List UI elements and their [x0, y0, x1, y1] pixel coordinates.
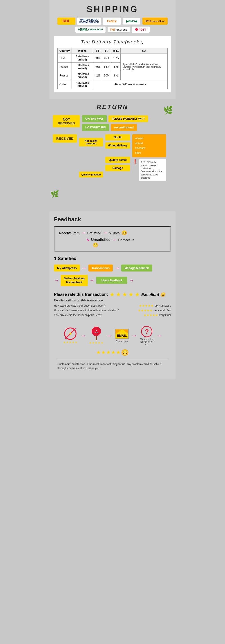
small-star-s2: ★ [92, 341, 94, 344]
detailed-ratings-label: Detailed ratings on this transaction [54, 299, 171, 302]
rating-stars-1: ★★★★★ [139, 304, 154, 308]
delivery-title: The Delivery Time(weeks) [58, 39, 168, 44]
final-smiley-icon: 😊 [121, 349, 129, 356]
not-fit-btn[interactable]: Not fit [105, 134, 130, 140]
russia-45: 42% [93, 71, 102, 80]
sad-smiley-icon: 😟 [93, 242, 98, 248]
arrow-icon-10: → [107, 333, 112, 338]
satisfied-flow-row: Receive item → Satisfied → 5 Stars 😊 [59, 230, 166, 236]
ems-logo: ▶EMS◀ [122, 18, 140, 25]
damage-btn[interactable]: Damage [105, 165, 130, 171]
arrow-icon-7: → [90, 278, 94, 284]
carrier-logos: DHL UNITED STATES POSTAL SERVICE FedEx ▶… [54, 18, 171, 32]
small-star-4: ★ [72, 341, 74, 344]
stars-below-stop: ★ ★ ★ ★ ★ [89, 341, 103, 344]
quality-defect-btn[interactable]: Quality defect [105, 157, 130, 163]
sad-smiley-row: 😟 [86, 242, 134, 248]
email-top [116, 329, 128, 334]
country-france: France [58, 62, 72, 71]
wrong-delivery-btn[interactable]: Wrong delivery [105, 142, 130, 149]
arrow-icon-6: → [54, 278, 59, 284]
small-star-s3: ★ [95, 341, 98, 344]
resend-options-box: resend refund discount other [132, 134, 166, 157]
usps-logo: UNITED STATES POSTAL SERVICE [77, 18, 101, 25]
stop-pole [96, 336, 97, 340]
happy-smiley-icon: 😊 [122, 230, 127, 236]
no-icon: ★ [64, 328, 76, 340]
usa-811: 10% [112, 54, 120, 62]
main-flow-steps: My Aliexpress → Transactions → Manage fe… [54, 264, 171, 272]
rating-q1: How accurate was the product description… [54, 304, 139, 307]
return-section: RETURN 🌿 🌿 NOTRECEIVED ON THE WAY PLEASE… [50, 99, 176, 212]
usa-67: 40% [102, 54, 112, 62]
rating-desc-3: very firast [159, 314, 171, 317]
col-country: Country [58, 48, 72, 54]
rate-outer: Rate(Items arrived) [72, 80, 93, 89]
rating-row-3: how quickly did the seller ship the item… [54, 313, 171, 317]
small-star-5: ★ [75, 341, 78, 344]
arrow-icon-8: → [129, 278, 134, 284]
not-quality-question-btn[interactable]: Not qualityquestion [79, 138, 103, 146]
usa-45: 50% [93, 54, 102, 62]
feedback-flow-box: Receive item → Satisfied → 5 Stars 😊 ↘ U… [54, 226, 171, 252]
on-the-way-btn[interactable]: ON THE WAY [82, 115, 107, 122]
final-star-2: ★ [101, 350, 106, 356]
lost-return-row: LOST/RETURN resend/refund [82, 124, 172, 131]
discount-option: discount [135, 146, 163, 151]
rate-title: Please rate this transaction: ★ ★ ★ ★ ★ … [54, 292, 171, 298]
table-row: USA Rate(Items arrived) 50% 40% 10% If y… [58, 54, 168, 62]
table-row: Outer Rate(Items arrived) About 5-11 wor… [58, 80, 168, 89]
rating-row-1: How accurate was the product description… [54, 304, 171, 308]
russia-67: 50% [102, 71, 112, 80]
received-col3: resend refund discount other ❗ If you ha… [132, 134, 166, 181]
leave-feedback-btn[interactable]: Leave feedback [96, 277, 127, 284]
manage-feedback-btn[interactable]: Manage feedback [121, 264, 152, 272]
quality-question-btn[interactable]: Quality question [79, 172, 103, 178]
feedback-title: Feedback [54, 216, 171, 223]
rating-q3: how quickly did the seller ship the item… [54, 314, 144, 317]
arrow-down-icon: ↘ [86, 237, 89, 242]
bottom-section: ★ ★ ★ ★ ★ ★ → Nstop [54, 320, 171, 372]
small-star-s4: ★ [98, 341, 100, 344]
resend-refund-label: resend/refund [111, 124, 137, 131]
received-tree: Not qualityquestion Quality question Not… [79, 134, 172, 181]
on-the-way-row: ON THE WAY PLEASE PATIENTLY WAIT [82, 115, 172, 122]
other-option: other [135, 151, 163, 156]
contact-note-box: If you have any question, please contact… [139, 159, 166, 181]
country-usa: USA [58, 54, 72, 62]
unsatisfied-row: ↘ Unsatisfied → Contact us [86, 237, 134, 242]
star-icon-5: ★ [135, 292, 140, 298]
stop-octagon: Nstop [92, 327, 101, 336]
no-icon-item: ★ ★ ★ ★ ★ ★ [63, 328, 78, 344]
final-star-5: ★ [116, 350, 120, 356]
shipping-section: SHIPPING DHL UNITED STATES POSTAL SERVIC… [50, 0, 176, 99]
received-label: RECEIVED [53, 134, 77, 142]
find-solution-text: We must finda solution foryou. [140, 338, 153, 346]
not-received-options: ON THE WAY PLEASE PATIENTLY WAIT LOST/RE… [82, 115, 172, 131]
question-mark-icon: ? [141, 326, 152, 337]
arrow-icon-12: → [157, 333, 162, 338]
col-14: ≥14 [120, 48, 168, 54]
orders-awaiting-btn[interactable]: Orders AwaitingMy feedback [61, 275, 88, 286]
final-stars-row: ★ ★ ★ ★ ★ 😊 [96, 349, 129, 356]
col-weeks: Weeks [72, 48, 93, 54]
spacer [105, 150, 130, 155]
stop-sign-icon: Nstop [91, 327, 102, 340]
rating-q2: How satisfied were you with the sell's c… [54, 309, 138, 312]
rating-row-2: How satisfied were you with the sell's c… [54, 308, 171, 312]
email-icon: EMAIL [115, 329, 128, 339]
transactions-btn[interactable]: Transactions [88, 264, 113, 272]
my-aliexpress-btn[interactable]: My Aliexpress [54, 264, 80, 272]
small-star-1: ★ [63, 341, 66, 344]
stars-below-no: ★ ★ ★ ★ ★ [63, 341, 78, 344]
email-icon-item: EMAIL Contact us [115, 329, 128, 342]
rate-usa: Rate(Items arrived) [72, 54, 93, 62]
lost-return-btn[interactable]: LOST/RETURN [82, 124, 109, 131]
final-star-4: ★ [111, 350, 116, 356]
russia-811: 8% [112, 71, 120, 80]
exclamation-icon: ❗ [132, 159, 138, 164]
unsatisfied-branch: ↘ Unsatisfied → Contact us 😟 [86, 237, 134, 248]
not-received-label: NOTRECEIVED [53, 115, 80, 127]
contact-us-label: Contact us [118, 238, 134, 242]
star-icon-3: ★ [122, 292, 127, 298]
